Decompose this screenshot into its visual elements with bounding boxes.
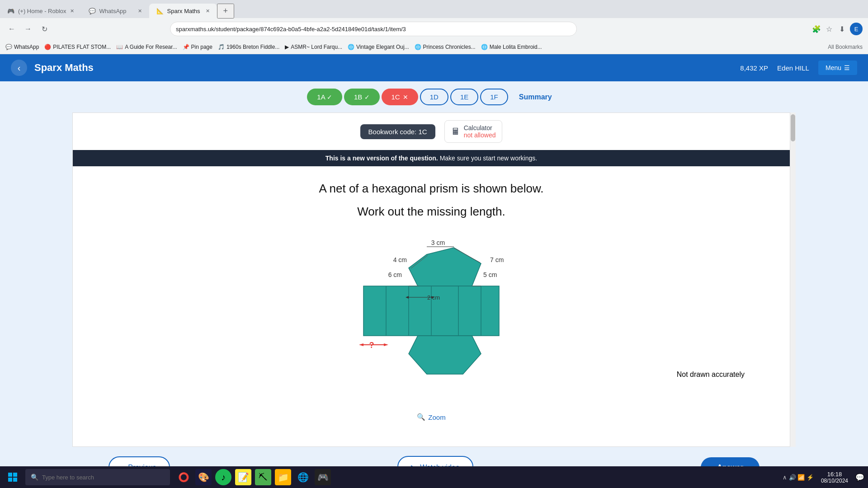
tab-1F[interactable]: 1F: [480, 89, 508, 105]
download-icon[interactable]: ⬇: [837, 24, 846, 33]
tab-1C[interactable]: 1C ✕: [382, 89, 418, 105]
bookmark-icon: 💬: [5, 44, 12, 50]
bookmark-princess[interactable]: 🌐 Princess Chronicles...: [415, 44, 476, 50]
back-button[interactable]: ←: [5, 23, 18, 35]
profile-icon[interactable]: E: [850, 23, 863, 35]
svg-text:5 cm: 5 cm: [483, 271, 497, 278]
tab-1D-label: 1D: [430, 93, 439, 101]
reload-button[interactable]: ↻: [38, 23, 51, 35]
start-button[interactable]: [4, 468, 22, 486]
svg-rect-28: [8, 478, 12, 482]
tab-close-whatsapp[interactable]: ✕: [138, 8, 142, 14]
taskbar-picpick[interactable]: 🎨: [195, 469, 212, 485]
tab-1B[interactable]: 1B ✓: [344, 89, 380, 105]
tab-1D[interactable]: 1D: [420, 89, 448, 105]
extensions-icon[interactable]: 🧩: [812, 24, 821, 33]
not-accurate-label: Not drawn accurately: [677, 371, 745, 379]
forward-button[interactable]: →: [22, 23, 34, 35]
taskbar-sticky[interactable]: 📝: [235, 469, 251, 485]
bookmark-guide[interactable]: 📖 A Guide For Resear...: [116, 44, 177, 50]
bookmark-label: Princess Chronicles...: [423, 44, 476, 50]
bookmarks-bar: 💬 WhatsApp 🔴 PILATES FLAT STOM... 📖 A Gu…: [0, 40, 868, 54]
app-title: Sparx Maths: [34, 62, 94, 74]
taskbar: 🔍 ⭕ 🎨 ♪ 📝 ⛏ 📁 🌐 🎮 ∧ 🔊 📶 ⚡ 16:18 08/10/20…: [0, 466, 868, 488]
taskbar-roblox[interactable]: 🎮: [315, 469, 331, 485]
diagram-area: 3 cm 4 cm 7 cm 6 cm 5 cm: [100, 234, 763, 406]
clock-date: 08/10/2024: [821, 478, 848, 484]
bookmark-whatsapp[interactable]: 💬 WhatsApp: [5, 44, 39, 50]
tab-1E[interactable]: 1E: [450, 89, 478, 105]
tab-label: WhatsApp: [99, 8, 127, 14]
new-tab-button[interactable]: +: [217, 4, 235, 19]
bookmark-icon: 🔴: [44, 44, 51, 50]
question-line2: Work out the missing length.: [100, 203, 763, 221]
check-icon-1A: ✓: [327, 94, 332, 101]
bookmark-label: Pin page: [191, 44, 212, 50]
back-nav-button[interactable]: ‹: [11, 60, 27, 76]
bookmark-vintage[interactable]: 🌐 Vintage Elegant Ouj...: [348, 44, 409, 50]
address-bar[interactable]: sparxmaths.uk/student/package/874c692a-b…: [170, 22, 577, 36]
taskbar-chrome[interactable]: 🌐: [295, 469, 311, 485]
clock-time: 16:18: [821, 471, 848, 478]
menu-button[interactable]: Menu ☰: [818, 61, 857, 75]
xp-display: 8,432 XP: [740, 64, 768, 72]
bookmark-asmr[interactable]: ▶ ASMR~ Lord Farqu...: [285, 44, 342, 50]
alert-bar: This is a new version of the question. M…: [73, 150, 790, 166]
app: ‹ Sparx Maths 8,432 XP Eden HILL Menu ☰ …: [0, 54, 868, 488]
taskbar-minecraft[interactable]: ⛏: [255, 469, 271, 485]
taskbar-app-icons: ⭕ 🎨 ♪ 📝 ⛏ 📁 🌐 🎮: [175, 469, 331, 485]
bookmark-pilates[interactable]: 🔴 PILATES FLAT STOM...: [44, 44, 111, 50]
menu-label: Menu: [826, 64, 841, 71]
system-tray: ∧ 🔊 📶 ⚡ 16:18 08/10/2024 💬: [783, 471, 864, 484]
scroll-thumb[interactable]: [791, 114, 795, 141]
tab-summary[interactable]: Summary: [510, 89, 561, 105]
toolbar-icons: 🧩 ☆ ⬇ E: [812, 23, 863, 35]
tab-1F-label: 1F: [490, 93, 498, 101]
calculator-badge: 🖩 Calculator not allowed: [444, 120, 503, 143]
zoom-label: Zoom: [428, 413, 445, 421]
bookmark-breton[interactable]: 🎵 1960s Breton Fiddle...: [218, 44, 279, 50]
bookmark-pin[interactable]: 📌 Pin page: [183, 44, 212, 50]
task-tabs: 1A ✓ 1B ✓ 1C ✕ 1D 1E 1F Summary: [0, 81, 868, 113]
tab-roblox[interactable]: 🎮 (+) Home - Roblox ✕: [0, 4, 81, 18]
zoom-button[interactable]: 🔍 Zoom: [100, 413, 763, 421]
question-line1: A net of a hexagonal prism is shown belo…: [100, 180, 763, 197]
bookmark-label: PILATES FLAT STOM...: [53, 44, 111, 50]
not-accurate-text: Not drawn accurately: [677, 371, 745, 378]
question-text: A net of a hexagonal prism is shown belo…: [100, 180, 763, 221]
notification-icon[interactable]: 💬: [855, 473, 864, 482]
tab-bar: 🎮 (+) Home - Roblox ✕ 💬 WhatsApp ✕ 📐 Spa…: [0, 0, 868, 18]
tab-1C-label: 1C: [392, 93, 400, 101]
tab-close-sparx[interactable]: ✕: [206, 8, 210, 14]
tab-whatsapp[interactable]: 💬 WhatsApp ✕: [81, 4, 149, 18]
search-input[interactable]: [42, 474, 165, 481]
bookmark-icon: 🌐: [415, 44, 421, 50]
tab-1A[interactable]: 1A ✓: [307, 89, 342, 105]
svg-marker-0: [409, 248, 481, 286]
all-bookmarks[interactable]: All Bookmarks: [828, 44, 863, 50]
search-bar[interactable]: 🔍: [25, 469, 170, 485]
bookmark-icon: 🌐: [481, 44, 488, 50]
svg-text:6 cm: 6 cm: [388, 271, 402, 278]
content-wrapper: Bookwork code: 1C 🖩 Calculator not allow…: [0, 113, 868, 447]
taskbar-spotify[interactable]: ♪: [215, 469, 231, 485]
alert-suffix: Make sure you start new workings.: [440, 155, 538, 162]
svg-text:7 cm: 7 cm: [490, 256, 504, 263]
tab-favicon: 🎮: [7, 8, 14, 14]
bookmark-lolita[interactable]: 🌐 Male Lolita Embroid...: [481, 44, 542, 50]
svg-rect-29: [13, 478, 17, 482]
tab-sparx[interactable]: 📐 Sparx Maths ✕: [149, 4, 217, 18]
taskbar-files[interactable]: 📁: [275, 469, 291, 485]
bookmark-icon: 🎵: [218, 44, 225, 50]
scrollbar[interactable]: [790, 113, 796, 447]
tab-close-roblox[interactable]: ✕: [70, 8, 74, 14]
bookmark-label: ASMR~ Lord Farqu...: [291, 44, 342, 50]
clock: 16:18 08/10/2024: [821, 471, 848, 484]
svg-text:3 cm: 3 cm: [431, 239, 445, 246]
star-icon[interactable]: ☆: [825, 24, 834, 33]
check-icon-1B: ✓: [364, 94, 370, 101]
tab-summary-label: Summary: [519, 93, 552, 101]
x-icon-1C: ✕: [403, 94, 408, 101]
browser-chrome: 🎮 (+) Home - Roblox ✕ 💬 WhatsApp ✕ 📐 Spa…: [0, 0, 868, 54]
taskbar-cortana[interactable]: ⭕: [175, 469, 192, 485]
